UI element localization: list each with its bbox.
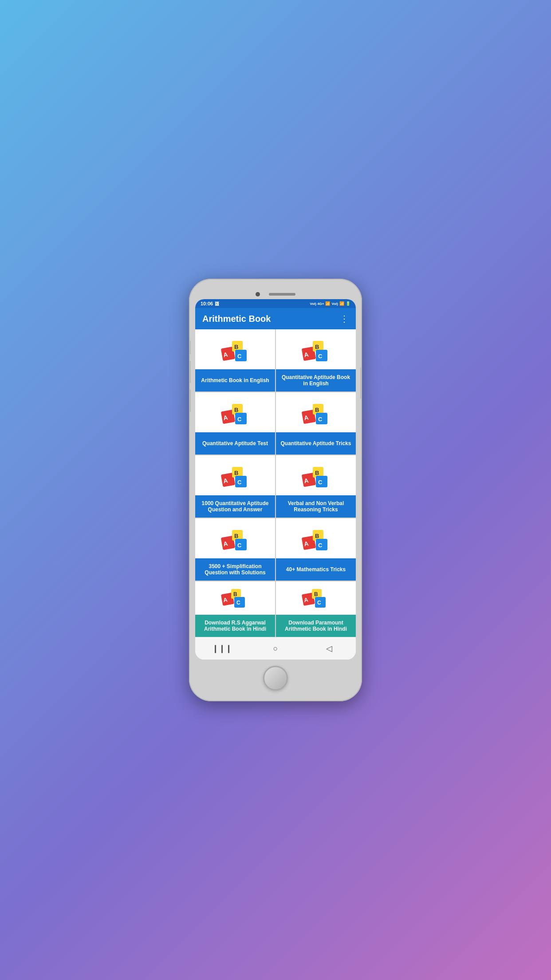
abc-blocks-icon: A B C <box>220 465 251 489</box>
abc-blocks-icon: A B C <box>300 528 331 552</box>
app-header: Arithmetic Book ⋮ <box>195 308 356 329</box>
grid-item-rs-aggarwal[interactable]: A B C Download R.S Aggarwal Arithmetic B… <box>195 581 275 637</box>
power-button[interactable] <box>360 368 362 399</box>
svg-text:B: B <box>233 591 237 597</box>
item-label: Download Paramount Arithmetic Book in Hi… <box>276 615 356 637</box>
item-icon: A B C <box>276 518 356 558</box>
svg-text:B: B <box>234 344 238 350</box>
svg-text:B: B <box>314 591 318 597</box>
grid-container: A B C Arithmetic Book in English A <box>195 329 356 637</box>
item-icon: A B C <box>195 581 275 615</box>
item-label: Arithmetic Book in English <box>195 369 275 391</box>
item-label: Quantitative Aptitude Tricks <box>276 432 356 454</box>
home-button[interactable]: ○ <box>267 642 284 655</box>
abc-blocks-icon: A B C <box>300 402 331 426</box>
item-icon: A B C <box>276 329 356 369</box>
status-icons: Vol) 4G+ 📶 Vol) 📶 🔋 <box>310 301 350 306</box>
svg-text:C: C <box>236 600 240 606</box>
item-icon: A B C <box>276 392 356 432</box>
signal-bars: 📶 <box>325 301 330 306</box>
svg-text:B: B <box>315 470 319 476</box>
svg-text:B: B <box>234 470 238 476</box>
speaker <box>269 293 295 296</box>
abc-blocks-icon: A B C <box>220 528 251 552</box>
grid-item-verbal-nonverbal[interactable]: A B C Verbal and Non Verbal Reasoning Tr… <box>276 455 356 518</box>
back-button[interactable]: ◁ <box>320 642 338 655</box>
volume-down-button[interactable] <box>189 361 191 383</box>
item-label: Quantitative Aptitude Book in English <box>276 369 356 391</box>
menu-button[interactable]: ⋮ <box>340 313 349 324</box>
status-time: 10:06 🖼 <box>201 301 219 306</box>
abc-blocks-icon: A B C <box>220 402 251 426</box>
item-icon: A B C <box>195 455 275 495</box>
item-label: Quantitative Aptitude Test <box>195 432 275 454</box>
physical-home-button[interactable] <box>263 666 288 691</box>
grid-item-maths-tricks[interactable]: A B C 40+ Mathematics Tricks <box>276 518 356 581</box>
mute-button[interactable] <box>189 390 191 412</box>
nav-bar: ❙❙❙ ○ ◁ <box>195 637 356 660</box>
svg-text:C: C <box>237 416 242 423</box>
item-icon: A B C <box>195 329 275 369</box>
signal-text: Vol) 4G+ <box>310 302 324 306</box>
svg-text:B: B <box>234 407 238 413</box>
item-icon: A B C <box>276 455 356 495</box>
status-bar: 10:06 🖼 Vol) 4G+ 📶 Vol) 📶 🔋 <box>195 299 356 308</box>
svg-text:C: C <box>237 353 242 360</box>
grid-item-quantitative-tricks[interactable]: A B C Quantitative Aptitude Tricks <box>276 392 356 454</box>
grid-item-1000-questions[interactable]: A B C 1000 Quantitative Aptitude Questio… <box>195 455 275 518</box>
signal-text2: Vol) <box>331 302 338 306</box>
svg-text:C: C <box>237 479 242 486</box>
app-title: Arithmetic Book <box>202 314 271 324</box>
phone-shell: 10:06 🖼 Vol) 4G+ 📶 Vol) 📶 🔋 Arithmetic B… <box>189 279 362 701</box>
svg-text:C: C <box>318 542 323 549</box>
abc-blocks-icon: A B C <box>300 465 331 489</box>
recent-apps-button[interactable]: ❙❙❙ <box>213 642 231 655</box>
grid-item-simplification[interactable]: A B C 3500 + Simplification Question wit… <box>195 518 275 581</box>
battery-icon: 🔋 <box>346 301 350 306</box>
time-display: 10:06 <box>201 301 213 306</box>
item-icon: A B C <box>276 581 356 615</box>
grid-item-paramount[interactable]: A B C Download Paramount Arithmetic Book… <box>276 581 356 637</box>
abc-blocks-icon: A B C <box>220 339 251 363</box>
grid-item-quantitative-english[interactable]: A B C Quantitative Aptitude Book in Engl… <box>276 329 356 391</box>
svg-text:C: C <box>318 353 323 360</box>
item-label: Download R.S Aggarwal Arithmetic Book in… <box>195 615 275 637</box>
svg-text:B: B <box>234 533 238 539</box>
grid-item-arithmetic-english[interactable]: A B C Arithmetic Book in English <box>195 329 275 391</box>
svg-text:C: C <box>318 479 323 486</box>
svg-text:C: C <box>317 600 321 606</box>
volume-up-button[interactable] <box>189 341 191 354</box>
abc-blocks-icon: A B C <box>300 586 331 610</box>
item-icon: A B C <box>195 392 275 432</box>
svg-text:C: C <box>318 416 323 423</box>
svg-text:B: B <box>315 407 319 413</box>
item-label: 1000 Quantitative Aptitude Question and … <box>195 495 275 518</box>
item-label: Verbal and Non Verbal Reasoning Tricks <box>276 495 356 518</box>
notification-icon: 🖼 <box>215 301 219 306</box>
item-icon: A B C <box>195 518 275 558</box>
signal-bars2: 📶 <box>339 301 344 306</box>
abc-blocks-icon: A B C <box>220 586 251 610</box>
item-label: 40+ Mathematics Tricks <box>276 558 356 581</box>
abc-blocks-icon: A B C <box>300 339 331 363</box>
grid-item-quantitative-test[interactable]: A B C Quantitative Aptitude Test <box>195 392 275 454</box>
item-label: 3500 + Simplification Question with Solu… <box>195 558 275 581</box>
phone-screen: 10:06 🖼 Vol) 4G+ 📶 Vol) 📶 🔋 Arithmetic B… <box>195 299 356 660</box>
phone-top <box>195 287 356 299</box>
phone-bottom <box>195 660 356 693</box>
svg-text:B: B <box>315 344 319 350</box>
svg-text:C: C <box>237 542 242 549</box>
camera-icon <box>256 292 260 296</box>
svg-text:B: B <box>315 533 319 539</box>
